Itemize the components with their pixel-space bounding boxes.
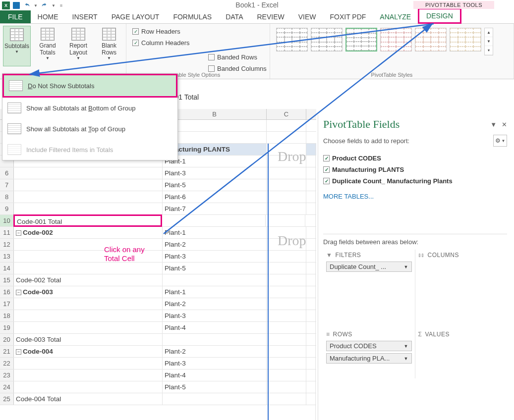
cell[interactable]: Plant-3 [163,251,267,262]
cell[interactable] [267,298,306,310]
field-product-codes[interactable]: ✓Product CODES [323,153,507,164]
style-thumb-3[interactable] [345,28,377,52]
tab-view[interactable]: VIEW [291,10,323,23]
style-thumb-1[interactable] [276,28,308,52]
column-headers-checkbox[interactable]: ✓Column Headers [129,37,267,49]
row-number[interactable]: 11 [0,227,14,238]
styles-gallery[interactable]: ▲▼▾ [273,26,511,57]
grid-row[interactable]: 9Plant-7 [0,203,316,215]
grid-row[interactable]: 17Plant-2 [0,298,316,310]
cell[interactable] [267,191,306,203]
cell[interactable] [14,369,163,381]
cell[interactable] [267,393,306,405]
cell[interactable]: Plant-5 [163,381,267,393]
cell[interactable]: Plant-5 [163,262,267,274]
more-tables-link[interactable]: MORE TABLES... [323,189,507,204]
cell[interactable]: Code-002 Total [14,274,163,286]
grid-row[interactable]: 14Plant-5 [0,262,316,274]
grid-row[interactable]: 21−Code-004Plant-2 [0,346,316,358]
gear-button[interactable]: ⚙▼ [493,135,507,147]
menu-subtotals-bottom[interactable]: Show all Subtotals at Bottom of Group [2,98,177,118]
row-number[interactable]: 15 [0,274,14,286]
cell[interactable]: Code-003 Total [14,334,163,345]
field-manufacturing-plants[interactable]: ✓Manufacturing PLANTS [323,164,507,175]
tab-review[interactable]: REVIEW [250,10,291,23]
close-icon[interactable]: ✕ [502,121,507,128]
row-headers-checkbox[interactable]: ✓Row Headers [129,26,267,37]
cell[interactable] [267,203,306,214]
cell[interactable] [14,191,163,203]
columns-area[interactable]: ⫾⫾COLUMNS [415,250,508,329]
banded-rows-checkbox[interactable]: Banded Rows [208,52,267,63]
cell[interactable]: Plant-2 [163,239,267,250]
cell[interactable] [163,132,267,143]
cell[interactable]: −Code-003 [14,286,163,298]
qat-custom-caret-icon[interactable]: ≡ [60,3,62,8]
cell[interactable] [162,215,266,226]
cell[interactable] [14,322,163,333]
row-number[interactable]: 12 [0,239,14,250]
row-number[interactable]: 7 [0,179,14,191]
pivot-col-header[interactable]: nufacturing PLANTS [163,144,267,155]
style-thumb-5[interactable] [415,28,447,52]
subtotals-button[interactable]: Subtotals ▼ [3,26,31,66]
grand-totals-button[interactable]: Grand Totals ▼ [34,26,61,66]
cell[interactable] [267,179,306,191]
cell[interactable] [267,334,306,345]
cell[interactable] [14,167,163,179]
cell[interactable] [267,369,306,381]
filter-pill-duplicate-count[interactable]: Duplicate Count_ ...▼ [326,262,412,272]
values-area[interactable]: ΣVALUES [415,329,508,378]
tab-file[interactable]: FILE [0,10,31,23]
row-number[interactable]: 24 [0,381,14,393]
cell[interactable] [14,179,163,191]
cell[interactable] [14,203,163,214]
cell[interactable] [266,215,305,226]
row-number[interactable]: 16 [0,286,14,298]
tab-foxit-pdf[interactable]: FOXIT PDF [323,10,373,23]
pane-options-caret-icon[interactable]: ▼ [490,121,497,128]
tab-analyze[interactable]: ANALYZE [373,10,418,23]
undo-caret-icon[interactable]: ▼ [34,3,38,8]
row-number[interactable]: 13 [0,251,14,262]
cell[interactable] [267,322,306,333]
row-number[interactable]: 10 [0,215,14,226]
row-pill-manufacturing-plants[interactable]: Manufacturing PLA...▼ [326,353,412,364]
grid-row[interactable]: 25Code-004 Total [0,393,316,405]
style-thumb-6[interactable] [450,28,481,52]
cell[interactable]: Plant-4 [163,369,267,381]
tab-formulas[interactable]: FORMULAS [166,10,219,23]
tab-page-layout[interactable]: PAGE LAYOUT [105,10,167,23]
row-number[interactable]: 21 [0,346,14,357]
cell[interactable] [14,262,163,274]
style-thumb-4[interactable] [380,28,412,52]
cell[interactable]: Plant-3 [163,167,267,179]
cell[interactable] [267,310,306,321]
grid-row[interactable]: 12Plant-2 [0,239,316,251]
row-number[interactable]: 18 [0,310,14,321]
row-number[interactable]: 23 [0,369,14,381]
tab-data[interactable]: DATA [219,10,250,23]
grid-row[interactable]: 22Plant-3 [0,358,316,369]
row-number[interactable]: 14 [0,262,14,274]
grid-row[interactable]: 15Code-002 Total [0,274,316,286]
cell[interactable] [267,167,306,179]
field-duplicate-count[interactable]: ✓Duplicate Count_ Manufacturing Plants [323,175,507,187]
cell[interactable]: Plant-3 [163,310,267,321]
cell[interactable]: Plant-7 [163,203,267,214]
cell[interactable] [267,132,306,143]
undo-icon[interactable] [23,1,31,9]
collapse-icon[interactable]: − [16,349,21,355]
cell[interactable]: Plant-5 [163,179,267,191]
cell[interactable]: Plant-2 [163,298,267,310]
grid-row[interactable]: 7Plant-5 [0,179,316,191]
style-thumb-2[interactable] [311,28,343,52]
rows-area[interactable]: ≡ROWS Product CODES▼ Manufacturing PLA..… [323,329,415,378]
menu-subtotals-top[interactable]: Show all Subtotals at Top of Group [2,118,177,139]
tab-insert[interactable]: INSERT [65,10,105,23]
cell[interactable] [163,274,267,286]
row-number[interactable]: 8 [0,191,14,203]
grid-row[interactable]: 24Plant-5 [0,381,316,393]
styles-more-button[interactable]: ▲▼▾ [484,28,493,55]
cell[interactable] [163,120,267,131]
